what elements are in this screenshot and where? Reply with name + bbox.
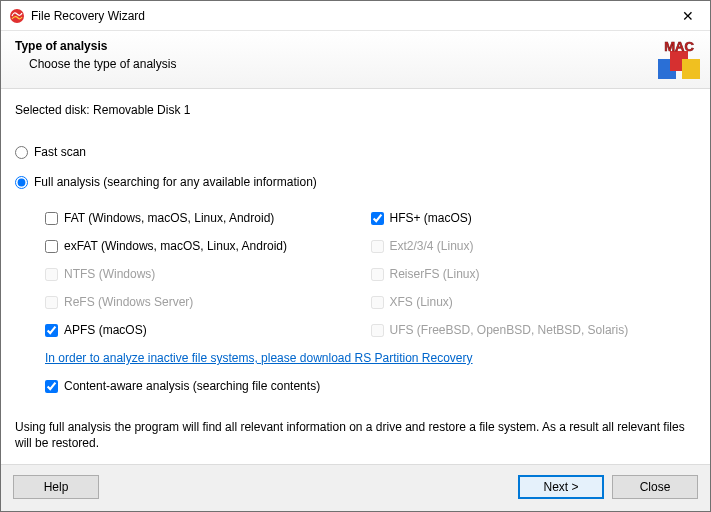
filesystem-label: XFS (Linux) (390, 295, 453, 309)
filesystem-checkbox[interactable] (371, 212, 384, 225)
filesystem-checkbox[interactable] (45, 212, 58, 225)
filesystem-column-left: FAT (Windows, macOS, Linux, Android)exFA… (45, 205, 371, 345)
filesystem-row: NTFS (Windows) (45, 261, 371, 287)
filesystem-column-right: HFS+ (macOS)Ext2/3/4 (Linux)ReiserFS (Li… (371, 205, 697, 345)
filesystem-label: APFS (macOS) (64, 323, 147, 337)
wizard-header: Type of analysis Choose the type of anal… (1, 31, 710, 89)
filesystem-row[interactable]: HFS+ (macOS) (371, 205, 697, 231)
wizard-window: File Recovery Wizard ✕ Type of analysis … (0, 0, 711, 512)
filesystem-checkbox[interactable] (45, 240, 58, 253)
filesystem-checkbox (371, 324, 384, 337)
filesystem-row[interactable]: APFS (macOS) (45, 317, 371, 343)
filesystem-row: UFS (FreeBSD, OpenBSD, NetBSD, Solaris) (371, 317, 697, 343)
radio-fast-scan-input[interactable] (15, 146, 28, 159)
filesystem-block: FAT (Windows, macOS, Linux, Android)exFA… (45, 205, 696, 393)
app-icon (9, 8, 25, 24)
filesystem-label: ReiserFS (Linux) (390, 267, 480, 281)
next-button[interactable]: Next > (518, 475, 604, 499)
wizard-body: Selected disk: Removable Disk 1 Fast sca… (1, 89, 710, 464)
content-aware-checkbox[interactable] (45, 380, 58, 393)
wizard-footer: Help Next > Close (1, 464, 710, 511)
filesystem-label: FAT (Windows, macOS, Linux, Android) (64, 211, 274, 225)
header-subtitle: Choose the type of analysis (29, 57, 696, 71)
close-button[interactable]: Close (612, 475, 698, 499)
content-aware-label: Content-aware analysis (searching file c… (64, 379, 320, 393)
filesystem-checkbox (45, 268, 58, 281)
filesystem-label: Ext2/3/4 (Linux) (390, 239, 474, 253)
help-button[interactable]: Help (13, 475, 99, 499)
filesystem-checkbox (371, 268, 384, 281)
filesystem-label: NTFS (Windows) (64, 267, 155, 281)
download-link[interactable]: In order to analyze inactive file system… (45, 351, 473, 365)
radio-full-analysis[interactable]: Full analysis (searching for any availab… (15, 175, 696, 189)
window-title: File Recovery Wizard (31, 9, 145, 23)
brand-logo: MAC (656, 37, 702, 83)
filesystem-label: exFAT (Windows, macOS, Linux, Android) (64, 239, 287, 253)
filesystem-checkbox[interactable] (45, 324, 58, 337)
filesystem-label: ReFS (Windows Server) (64, 295, 193, 309)
selected-disk-row: Selected disk: Removable Disk 1 (15, 103, 696, 117)
filesystem-label: UFS (FreeBSD, OpenBSD, NetBSD, Solaris) (390, 323, 629, 337)
selected-disk-label: Selected disk: (15, 103, 90, 117)
close-window-button[interactable]: ✕ (665, 1, 710, 31)
header-title: Type of analysis (15, 39, 696, 53)
filesystem-row: ReFS (Windows Server) (45, 289, 371, 315)
filesystem-checkbox (371, 240, 384, 253)
radio-fast-scan[interactable]: Fast scan (15, 145, 696, 159)
filesystem-row[interactable]: exFAT (Windows, macOS, Linux, Android) (45, 233, 371, 259)
filesystem-row: Ext2/3/4 (Linux) (371, 233, 697, 259)
svg-text:MAC: MAC (664, 39, 694, 54)
svg-rect-3 (682, 59, 700, 79)
filesystem-row: ReiserFS (Linux) (371, 261, 697, 287)
filesystem-label: HFS+ (macOS) (390, 211, 472, 225)
selected-disk-value: Removable Disk 1 (93, 103, 190, 117)
filesystem-row[interactable]: FAT (Windows, macOS, Linux, Android) (45, 205, 371, 231)
radio-fast-scan-label: Fast scan (34, 145, 86, 159)
titlebar: File Recovery Wizard ✕ (1, 1, 710, 31)
radio-full-analysis-label: Full analysis (searching for any availab… (34, 175, 317, 189)
filesystem-row: XFS (Linux) (371, 289, 697, 315)
content-aware-row[interactable]: Content-aware analysis (searching file c… (45, 379, 696, 393)
close-icon: ✕ (682, 9, 694, 23)
filesystem-checkbox (45, 296, 58, 309)
filesystem-checkbox (371, 296, 384, 309)
analysis-description: Using full analysis the program will fin… (15, 419, 696, 451)
radio-full-analysis-input[interactable] (15, 176, 28, 189)
